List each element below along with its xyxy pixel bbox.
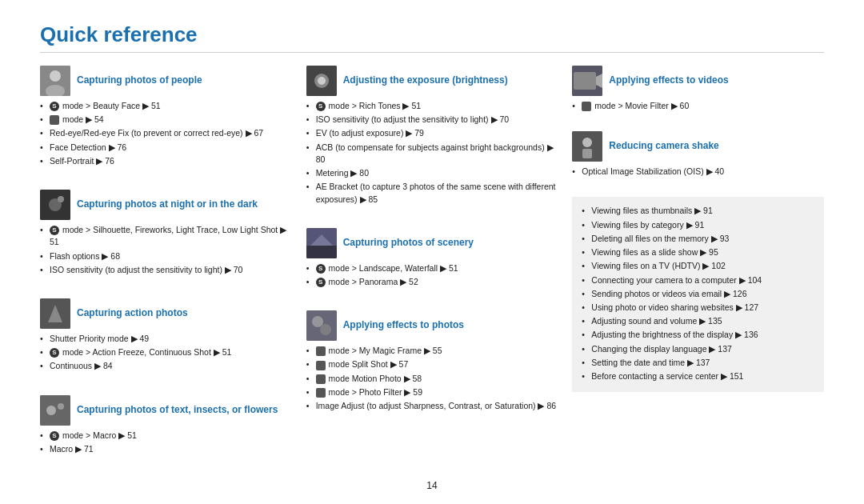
section-night-list: S mode > Silhouette, Fireworks, Light Tr… (40, 224, 292, 276)
section-scenery-header: Capturing photos of scenery (306, 228, 558, 258)
info-box-list: Viewing files as thumbnails ▶ 91 Viewing… (582, 205, 814, 382)
section-effects-photos-header: Applying effects to photos (306, 310, 558, 341)
list-item: Metering ▶ 80 (306, 167, 558, 179)
section-effects-photos-title: Applying effects to photos (343, 319, 464, 332)
list-item: Deleting all files on the memory ▶ 93 (582, 233, 814, 245)
section-action-title: Capturing action photos (77, 307, 188, 320)
svg-point-18 (312, 316, 323, 327)
list-item: Face Detection ▶ 76 (40, 142, 292, 154)
title-divider (40, 52, 824, 53)
thumb-video (572, 66, 602, 96)
svg-rect-17 (306, 310, 337, 341)
s-icon: S (50, 226, 59, 235)
list-item: Optical Image Stabilization (OIS) ▶ 40 (572, 166, 824, 178)
cam-icon (50, 115, 59, 125)
section-scenery-title: Capturing photos of scenery (343, 237, 474, 250)
main-columns: Capturing photos of people S mode > Beau… (40, 66, 824, 466)
list-item: ISO sensitivity (to adjust the sensitivi… (306, 114, 558, 126)
list-item: Image Adjust (to adjust Sharpness, Contr… (306, 400, 558, 412)
cam-icon (316, 361, 326, 370)
list-item: mode > My Magic Frame ▶ 55 (306, 345, 558, 357)
section-text-insects: Capturing photos of text, insects, or fl… (40, 395, 292, 457)
section-action: Capturing action photos Shutter Priority… (40, 298, 292, 374)
list-item: S mode > Landscape, Waterfall ▶ 51 (306, 262, 558, 274)
section-people-list: S mode > Beauty Face ▶ 51 mode ▶ 54 Red-… (40, 100, 292, 167)
column-3: Applying effects to videos mode > Movie … (572, 66, 824, 466)
list-item: ACB (to compensate for subjects against … (306, 142, 558, 166)
thumb-action (40, 298, 70, 329)
list-item: Macro ▶ 71 (40, 443, 292, 455)
list-item: S mode > Panorama ▶ 52 (306, 276, 558, 288)
list-item: Using photo or video sharing websites ▶ … (582, 302, 814, 314)
section-effects-video-title: Applying effects to videos (609, 74, 728, 87)
section-exposure-list: S mode > Rich Tones ▶ 51 ISO sensitivity… (306, 100, 558, 206)
section-camera-shake-list: Optical Image Stabilization (OIS) ▶ 40 (572, 166, 824, 178)
list-item: Sending photos or videos via email ▶ 126 (582, 288, 814, 300)
section-action-list: Shutter Priority mode ▶ 49 S mode > Acti… (40, 333, 292, 373)
list-item: Red-eye/Red-eye Fix (to prevent or corre… (40, 127, 292, 139)
page-title: Quick reference (40, 22, 824, 47)
svg-point-1 (50, 70, 61, 82)
page-number: 14 (426, 480, 437, 491)
section-people-header: Capturing photos of people (40, 66, 292, 96)
thumb-night (40, 190, 70, 220)
cam-icon (582, 102, 591, 111)
section-scenery: Capturing photos of scenery S mode > Lan… (306, 228, 558, 290)
section-effects-video-header: Applying effects to videos (572, 66, 824, 96)
list-item: Continuous ▶ 84 (40, 360, 292, 372)
svg-rect-25 (582, 149, 592, 158)
section-effects-photos: Applying effects to photos mode > My Mag… (306, 310, 558, 414)
s-icon: S (316, 278, 326, 287)
section-night-header: Capturing photos at night or in the dark (40, 190, 292, 220)
page: Quick reference Capturing photos of peop… (0, 0, 864, 504)
list-item: Adjusting sound and volume ▶ 135 (582, 315, 814, 327)
s-icon: S (316, 264, 326, 274)
section-camera-shake-title: Reducing camera shake (609, 140, 718, 153)
section-camera-shake: Reducing camera shake Optical Image Stab… (572, 131, 824, 179)
section-action-header: Capturing action photos (40, 298, 292, 329)
list-item: Adjusting the brightness of the display … (582, 329, 814, 341)
thumb-exposure (306, 66, 337, 96)
list-item: Connecting your camera to a computer ▶ 1… (582, 274, 814, 286)
list-item: mode > Photo Filter ▶ 59 (306, 386, 558, 398)
cam-icon (316, 388, 326, 398)
section-exposure: Adjusting the exposure (brightness) S mo… (306, 66, 558, 207)
section-scenery-list: S mode > Landscape, Waterfall ▶ 51 S mod… (306, 262, 558, 288)
s-icon: S (50, 102, 59, 111)
section-text-insects-header: Capturing photos of text, insects, or fl… (40, 395, 292, 426)
thumb-people (40, 66, 70, 96)
list-item: Viewing files on a TV (HDTV) ▶ 102 (582, 260, 814, 272)
svg-point-19 (320, 324, 331, 335)
section-exposure-title: Adjusting the exposure (brightness) (343, 74, 508, 87)
thumb-scenery (306, 228, 337, 258)
thumb-text-insects (40, 395, 70, 426)
section-people-title: Capturing photos of people (77, 74, 202, 87)
thumb-shake (572, 131, 602, 162)
list-item: mode > Movie Filter ▶ 60 (572, 100, 824, 112)
svg-point-10 (58, 403, 64, 410)
list-item: ISO sensitivity (to adjust the sensitivi… (40, 264, 292, 276)
section-exposure-header: Adjusting the exposure (brightness) (306, 66, 558, 96)
thumb-effects (306, 310, 337, 341)
svg-point-24 (582, 138, 592, 147)
list-item: S mode > Beauty Face ▶ 51 (40, 100, 292, 112)
section-text-insects-list: S mode > Macro ▶ 51 Macro ▶ 71 (40, 430, 292, 455)
section-people: Capturing photos of people S mode > Beau… (40, 66, 292, 169)
list-item: Flash options ▶ 68 (40, 250, 292, 262)
list-item: Setting the date and time ▶ 137 (582, 357, 814, 369)
list-item: Self-Portrait ▶ 76 (40, 155, 292, 167)
s-icon: S (316, 102, 326, 111)
list-item: Viewing files as a slide show ▶ 95 (582, 246, 814, 258)
section-effects-video: Applying effects to videos mode > Movie … (572, 66, 824, 114)
s-icon: S (50, 431, 59, 441)
info-box: Viewing files as thumbnails ▶ 91 Viewing… (572, 197, 824, 392)
s-icon: S (50, 348, 59, 358)
svg-rect-15 (306, 246, 337, 258)
list-item: Shutter Priority mode ▶ 49 (40, 333, 292, 345)
column-1: Capturing photos of people S mode > Beau… (40, 66, 292, 466)
list-item: Changing the display language ▶ 137 (582, 343, 814, 355)
list-item: S mode > Rich Tones ▶ 51 (306, 100, 558, 112)
list-item: Before contacting a service center ▶ 151 (582, 370, 814, 382)
section-camera-shake-header: Reducing camera shake (572, 131, 824, 162)
section-text-insects-title: Capturing photos of text, insects, or fl… (77, 404, 278, 417)
